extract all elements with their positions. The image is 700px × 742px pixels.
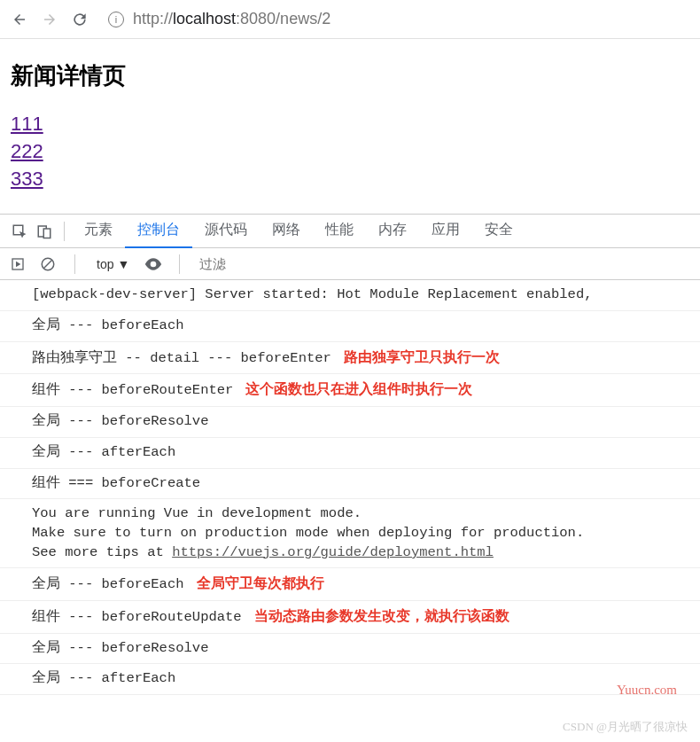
url-path: :8080/news/2	[236, 10, 331, 27]
console-link[interactable]: https://vuejs.org/guide/deployment.html	[172, 544, 494, 560]
console-play-icon[interactable]	[7, 254, 28, 275]
console-message: 组件 === beforeCreate	[32, 475, 200, 491]
devtools-tab[interactable]: 源代码	[192, 215, 260, 248]
browser-toolbar: i http://localhost:8080/news/2	[0, 0, 700, 39]
console-row: 组件 === beforeCreate	[0, 469, 700, 500]
watermark: Yuucn.com	[617, 683, 677, 698]
devtools-tab[interactable]: 控制台	[125, 215, 192, 248]
console-row: 组件 --- beforeRouteUpdate当动态路由参数发生改变，就执行该…	[0, 601, 700, 634]
console-message: 全局 --- beforeEach	[32, 576, 184, 592]
devtools-tab[interactable]: 网络	[260, 215, 313, 248]
console-row: 路由独享守卫 -- detail --- beforeEnter路由独享守卫只执…	[0, 342, 700, 375]
divider	[64, 222, 65, 241]
console-message: 全局 --- beforeResolve	[32, 413, 208, 429]
console-row: 全局 --- afterEach	[0, 438, 700, 469]
console-message: 全局 --- afterEach	[32, 444, 175, 460]
back-button[interactable]	[11, 11, 28, 28]
devtools-panel: 元素控制台源代码网络性能内存应用安全 top ▼ [webpack-dev-se…	[0, 214, 700, 695]
annotation-text: 全局守卫每次都执行	[197, 575, 324, 590]
devtools-tab[interactable]: 应用	[419, 215, 472, 248]
news-link[interactable]: 111	[11, 111, 43, 138]
address-bar[interactable]: i http://localhost:8080/news/2	[101, 10, 689, 28]
console-message: 组件 --- beforeRouteEnter	[32, 382, 233, 398]
annotation-text: 当动态路由参数发生改变，就执行该函数	[254, 608, 509, 623]
console-message: 组件 --- beforeRouteUpdate	[32, 609, 242, 625]
site-info-icon[interactable]: i	[108, 12, 124, 27]
console-filter-input[interactable]	[196, 254, 693, 273]
execution-context-selector[interactable]: top ▼	[91, 257, 135, 271]
devtools-tabs: 元素控制台源代码网络性能内存应用安全	[72, 215, 525, 248]
svg-line-5	[44, 260, 52, 268]
news-links: 111 222 333	[11, 111, 689, 192]
devtools-tab[interactable]: 元素	[72, 215, 125, 248]
scope-label: top	[97, 257, 113, 271]
console-row: You are running Vue in development mode.…	[0, 499, 700, 568]
url-host: localhost	[173, 10, 236, 27]
url-text: http://localhost:8080/news/2	[133, 10, 331, 28]
console-message: 路由独享守卫 -- detail --- beforeEnter	[32, 350, 331, 366]
device-toggle-icon[interactable]	[32, 219, 57, 244]
console-row: 全局 --- afterEach	[0, 664, 700, 695]
reload-button[interactable]	[71, 11, 89, 28]
console-output: [webpack-dev-server] Server started: Hot…	[0, 280, 700, 695]
console-message: 全局 --- beforeEach	[32, 317, 184, 333]
console-row: [webpack-dev-server] Server started: Hot…	[0, 280, 700, 311]
svg-rect-2	[43, 229, 51, 238]
console-message: You are running Vue in development mode.…	[32, 505, 584, 559]
devtools-tab[interactable]: 内存	[366, 215, 419, 248]
annotation-text: 路由独享守卫只执行一次	[344, 349, 500, 364]
live-expression-icon[interactable]	[144, 254, 163, 275]
forward-button[interactable]	[41, 11, 58, 28]
console-row: 全局 --- beforeEach	[0, 311, 700, 342]
url-prefix: http://	[133, 10, 173, 27]
divider	[74, 254, 75, 274]
devtools-tab[interactable]: 安全	[472, 215, 525, 248]
divider	[179, 254, 180, 274]
news-link[interactable]: 222	[11, 138, 43, 166]
devtools-tab[interactable]: 性能	[313, 215, 366, 248]
console-row: 全局 --- beforeResolve	[0, 634, 700, 665]
page-body: 新闻详情页 111 222 333	[0, 39, 700, 214]
console-row: 全局 --- beforeEach全局守卫每次都执行	[0, 568, 700, 601]
news-link[interactable]: 333	[11, 166, 43, 193]
console-message: 全局 --- afterEach	[32, 670, 175, 686]
console-message: [webpack-dev-server] Server started: Hot…	[32, 286, 593, 302]
console-row: 全局 --- beforeResolve	[0, 407, 700, 438]
inspect-element-icon[interactable]	[7, 219, 32, 244]
console-toolbar: top ▼	[0, 248, 700, 280]
devtools-tabbar: 元素控制台源代码网络性能内存应用安全	[0, 215, 700, 248]
chevron-down-icon: ▼	[117, 257, 129, 271]
watermark: CSDN @月光晒了很凉快	[563, 719, 688, 735]
page-title: 新闻详情页	[11, 60, 689, 91]
console-row: 组件 --- beforeRouteEnter这个函数也只在进入组件时执行一次	[0, 374, 700, 407]
annotation-text: 这个函数也只在进入组件时执行一次	[245, 381, 472, 396]
console-message: 全局 --- beforeResolve	[32, 640, 208, 656]
clear-console-icon[interactable]	[37, 254, 58, 275]
